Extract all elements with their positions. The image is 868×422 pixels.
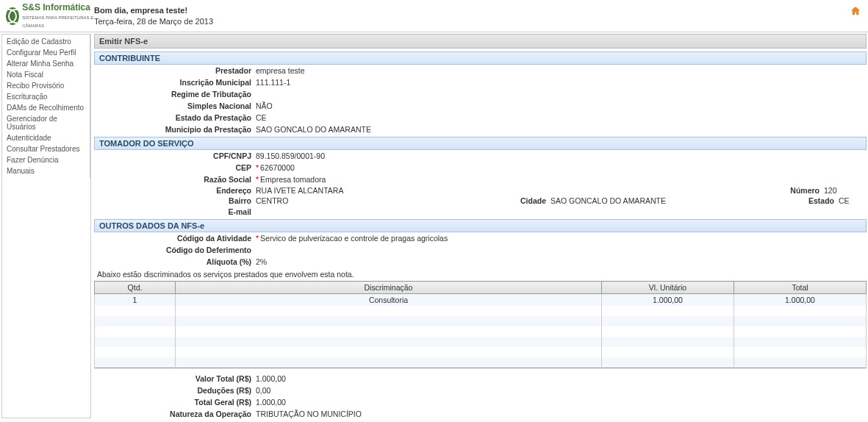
th-disc: Discriminação	[176, 282, 602, 294]
th-unit: Vl. Unitário	[602, 282, 734, 294]
value-codigo-atividade: *Servico de pulverizacao e controle de p…	[256, 234, 448, 243]
logo-text: S&S Informática SISTEMAS PARA PREFEITURA…	[22, 3, 94, 29]
table-row	[95, 326, 867, 337]
greeting: Bom dia, empresa teste! Terça-feira, 28 …	[94, 5, 213, 26]
sidebar-item-recibo-provisorio[interactable]: Recibo Provisório	[2, 80, 90, 91]
value-total-geral: 1.000,00	[256, 398, 286, 407]
logo-icon	[6, 7, 19, 25]
brand-tagline: SISTEMAS PARA PREFEITURAS E CÂMARAS	[22, 15, 93, 28]
label-prestador: Prestador	[93, 66, 256, 75]
table-row	[95, 347, 867, 357]
label-estado-prest: Estado da Prestação	[93, 113, 256, 122]
greeting-text: Bom dia, empresa teste!	[94, 5, 213, 15]
value-aliquota: 2%	[256, 257, 267, 266]
value-cpf: 89.150.859/0001-90	[256, 151, 325, 160]
main-content: Emitir NFS-e CONTRIBUINTE Prestadorempre…	[93, 32, 868, 420]
sidebar-item-gerenciador-usuarios[interactable]: Gerenciador de Usuários	[2, 113, 90, 132]
label-total-geral: Total Geral (R$)	[93, 398, 256, 407]
label-bairro: Bairro	[93, 196, 256, 205]
table-row	[95, 306, 867, 316]
value-prestador: empresa teste	[256, 66, 305, 75]
sidebar-item-escrituracao[interactable]: Escrituração	[2, 91, 90, 102]
sidebar-item-dams[interactable]: DAMs de Recolhimento	[2, 102, 90, 113]
brand-name: S&S Informática	[22, 3, 94, 12]
label-regime: Regime de Tributação	[93, 90, 256, 99]
value-bairro: CENTRO	[256, 196, 520, 205]
sidebar: Edição de Cadastro Configurar Meu Perfil…	[1, 34, 91, 418]
label-email: E-mail	[93, 207, 256, 216]
label-endereco: Endereço	[93, 186, 256, 195]
date-text: Terça-feira, 28 de Março de 2013	[94, 17, 213, 26]
label-valor-total: Valor Total (R$)	[93, 374, 256, 383]
sidebar-item-fazer-denuncia[interactable]: Fazer Denúncia	[2, 154, 90, 165]
value-deducoes: 0,00	[256, 386, 270, 395]
label-numero: Número	[790, 186, 824, 195]
value-numero: 120	[824, 186, 868, 195]
label-simples: Simples Nacional	[93, 101, 256, 110]
table-row	[95, 337, 867, 347]
sidebar-item-edicao-cadastro[interactable]: Edição de Cadastro	[2, 36, 90, 47]
discrim-note: Abaixo estão discriminados os serviços p…	[93, 268, 868, 281]
section-tomador-header: TOMADOR DO SERVIÇO	[94, 137, 867, 150]
label-codigo-deferimento: Código do Deferimento	[93, 246, 256, 254]
label-aliquota: Alíquota (%)	[93, 257, 256, 266]
logo: S&S Informática SISTEMAS PARA PREFEITURA…	[6, 3, 94, 29]
label-cep: CEP	[93, 163, 256, 172]
sidebar-item-nota-fiscal[interactable]: Nota Fiscal	[2, 69, 90, 80]
label-estado: Estado	[808, 196, 839, 205]
table-row[interactable]: 1 Consultoria 1.000,00 1.000,00	[95, 294, 867, 307]
cell-disc: Consultoria	[176, 294, 602, 307]
th-total: Total	[734, 282, 867, 294]
th-qtd: Qtd.	[95, 282, 176, 294]
sidebar-item-alterar-senha[interactable]: Alterar Minha Senha	[2, 58, 90, 69]
header: S&S Informática SISTEMAS PARA PREFEITURA…	[0, 0, 868, 32]
section-outros-header: OUTROS DADOS DA NFS-e	[94, 219, 867, 232]
label-razao: Razão Social	[93, 175, 256, 184]
sidebar-item-configurar-perfil[interactable]: Configurar Meu Perfil	[2, 47, 90, 58]
section-contribuinte-header: CONTRIBUINTE	[94, 51, 867, 65]
cell-qtd: 1	[95, 294, 176, 307]
page-title: Emitir NFS-e	[94, 34, 867, 49]
value-municipio-prest: SAO GONCALO DO AMARANTE	[256, 125, 371, 134]
value-cep: *62670000	[256, 163, 295, 172]
label-cpf: CPF/CNPJ	[93, 151, 256, 160]
table-row	[95, 316, 867, 326]
table-row	[95, 357, 867, 368]
sidebar-item-manuais[interactable]: Manuais	[2, 165, 90, 176]
cell-total: 1.000,00	[734, 294, 867, 307]
sidebar-item-autenticidade[interactable]: Autenticidade	[2, 132, 90, 143]
label-codigo-atividade: Código da Atividade	[93, 234, 256, 243]
label-inscricao: Inscrição Municipal	[93, 78, 256, 87]
value-razao: *Empresa tomadora	[256, 175, 326, 184]
home-icon[interactable]	[850, 6, 861, 16]
cell-unit: 1.000,00	[602, 294, 734, 307]
value-cidade: SAO GONCALO DO AMARANTE	[550, 196, 808, 205]
value-endereco: RUA IVETE ALCANTARA	[256, 186, 790, 195]
discrim-table: Qtd. Discriminação Vl. Unitário Total 1 …	[94, 281, 867, 368]
value-estado-prest: CE	[256, 113, 267, 122]
label-deducoes: Deduções (R$)	[93, 386, 256, 395]
value-inscricao: 111.111-1	[256, 78, 290, 87]
value-valor-total: 1.000,00	[256, 374, 286, 383]
label-municipio-prest: Município da Prestação	[93, 125, 256, 134]
label-cidade: Cidade	[520, 196, 550, 205]
value-estado: CE	[839, 196, 868, 205]
label-natureza: Natureza da Operação	[93, 410, 256, 418]
sidebar-item-consultar-prestadores[interactable]: Consultar Prestadores	[2, 143, 90, 154]
value-simples: NÃO	[256, 101, 273, 110]
value-natureza: TRIBUTAÇÃO NO MUNICÍPIO	[256, 410, 362, 418]
